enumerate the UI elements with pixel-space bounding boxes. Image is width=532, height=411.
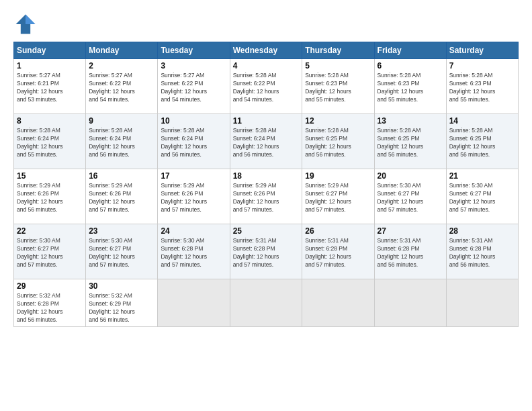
day-info: Sunrise: 5:28 AM Sunset: 6:25 PM Dayligh… — [305, 127, 371, 159]
day-number: 27 — [378, 226, 443, 236]
day-info: Sunrise: 5:32 AM Sunset: 6:29 PM Dayligh… — [89, 292, 154, 324]
day-info: Sunrise: 5:27 AM Sunset: 6:22 PM Dayligh… — [89, 72, 154, 104]
calendar-cell: 22Sunrise: 5:30 AM Sunset: 6:27 PM Dayli… — [14, 224, 86, 279]
day-info: Sunrise: 5:29 AM Sunset: 6:26 PM Dayligh… — [89, 182, 154, 214]
calendar-cell — [446, 279, 518, 327]
day-info: Sunrise: 5:31 AM Sunset: 6:28 PM Dayligh… — [378, 237, 443, 269]
day-number: 11 — [233, 116, 300, 126]
calendar-cell: 12Sunrise: 5:28 AM Sunset: 6:25 PM Dayli… — [302, 114, 374, 169]
day-info: Sunrise: 5:27 AM Sunset: 6:21 PM Dayligh… — [17, 72, 83, 104]
day-number: 22 — [17, 226, 83, 236]
calendar-cell: 8Sunrise: 5:28 AM Sunset: 6:24 PM Daylig… — [14, 114, 86, 169]
day-info: Sunrise: 5:30 AM Sunset: 6:27 PM Dayligh… — [89, 237, 154, 269]
calendar-cell: 27Sunrise: 5:31 AM Sunset: 6:28 PM Dayli… — [374, 224, 446, 279]
day-number: 7 — [449, 61, 515, 71]
day-number: 19 — [305, 171, 371, 181]
calendar-cell: 25Sunrise: 5:31 AM Sunset: 6:28 PM Dayli… — [230, 224, 302, 279]
calendar-cell: 29Sunrise: 5:32 AM Sunset: 6:28 PM Dayli… — [14, 279, 86, 327]
weekday-header-thursday: Thursday — [302, 42, 374, 59]
day-number: 14 — [449, 116, 515, 126]
calendar-cell: 4Sunrise: 5:28 AM Sunset: 6:22 PM Daylig… — [230, 59, 302, 114]
day-info: Sunrise: 5:31 AM Sunset: 6:28 PM Dayligh… — [449, 237, 515, 269]
calendar-cell: 16Sunrise: 5:29 AM Sunset: 6:26 PM Dayli… — [86, 169, 158, 224]
logo-icon — [13, 12, 38, 36]
calendar-cell: 20Sunrise: 5:30 AM Sunset: 6:27 PM Dayli… — [374, 169, 446, 224]
day-number: 2 — [89, 61, 154, 71]
calendar-cell: 6Sunrise: 5:28 AM Sunset: 6:23 PM Daylig… — [374, 59, 446, 114]
day-number: 24 — [161, 226, 226, 236]
day-info: Sunrise: 5:30 AM Sunset: 6:27 PM Dayligh… — [378, 182, 443, 214]
svg-marker-1 — [26, 15, 35, 24]
day-number: 13 — [378, 116, 443, 126]
weekday-header-sunday: Sunday — [14, 42, 86, 59]
day-info: Sunrise: 5:28 AM Sunset: 6:23 PM Dayligh… — [378, 72, 443, 104]
calendar: SundayMondayTuesdayWednesdayThursdayFrid… — [13, 42, 519, 327]
calendar-cell: 9Sunrise: 5:28 AM Sunset: 6:24 PM Daylig… — [86, 114, 158, 169]
header — [13, 12, 519, 36]
day-info: Sunrise: 5:28 AM Sunset: 6:24 PM Dayligh… — [89, 127, 154, 159]
calendar-cell: 7Sunrise: 5:28 AM Sunset: 6:23 PM Daylig… — [446, 59, 518, 114]
calendar-cell: 30Sunrise: 5:32 AM Sunset: 6:29 PM Dayli… — [86, 279, 158, 327]
calendar-cell: 21Sunrise: 5:30 AM Sunset: 6:27 PM Dayli… — [446, 169, 518, 224]
calendar-cell: 23Sunrise: 5:30 AM Sunset: 6:27 PM Dayli… — [86, 224, 158, 279]
weekday-header-tuesday: Tuesday — [158, 42, 230, 59]
calendar-cell: 15Sunrise: 5:29 AM Sunset: 6:26 PM Dayli… — [14, 169, 86, 224]
calendar-cell: 24Sunrise: 5:30 AM Sunset: 6:28 PM Dayli… — [158, 224, 230, 279]
day-info: Sunrise: 5:28 AM Sunset: 6:23 PM Dayligh… — [305, 72, 371, 104]
calendar-cell — [158, 279, 230, 327]
day-info: Sunrise: 5:28 AM Sunset: 6:22 PM Dayligh… — [233, 72, 300, 104]
day-number: 15 — [17, 171, 83, 181]
day-number: 30 — [89, 281, 154, 291]
day-info: Sunrise: 5:32 AM Sunset: 6:28 PM Dayligh… — [17, 292, 83, 324]
day-number: 3 — [161, 61, 226, 71]
day-info: Sunrise: 5:31 AM Sunset: 6:28 PM Dayligh… — [233, 237, 300, 269]
day-info: Sunrise: 5:29 AM Sunset: 6:26 PM Dayligh… — [17, 182, 83, 214]
day-number: 4 — [233, 61, 300, 71]
day-number: 25 — [233, 226, 300, 236]
calendar-cell: 11Sunrise: 5:28 AM Sunset: 6:24 PM Dayli… — [230, 114, 302, 169]
day-info: Sunrise: 5:27 AM Sunset: 6:22 PM Dayligh… — [161, 72, 226, 104]
day-number: 10 — [161, 116, 226, 126]
calendar-cell: 5Sunrise: 5:28 AM Sunset: 6:23 PM Daylig… — [302, 59, 374, 114]
calendar-cell: 3Sunrise: 5:27 AM Sunset: 6:22 PM Daylig… — [158, 59, 230, 114]
day-number: 16 — [89, 171, 154, 181]
calendar-cell — [230, 279, 302, 327]
calendar-cell: 18Sunrise: 5:29 AM Sunset: 6:26 PM Dayli… — [230, 169, 302, 224]
calendar-cell: 14Sunrise: 5:28 AM Sunset: 6:25 PM Dayli… — [446, 114, 518, 169]
calendar-cell: 26Sunrise: 5:31 AM Sunset: 6:28 PM Dayli… — [302, 224, 374, 279]
day-number: 26 — [305, 226, 371, 236]
day-info: Sunrise: 5:29 AM Sunset: 6:26 PM Dayligh… — [161, 182, 226, 214]
day-number: 6 — [378, 61, 443, 71]
calendar-cell — [374, 279, 446, 327]
calendar-cell: 28Sunrise: 5:31 AM Sunset: 6:28 PM Dayli… — [446, 224, 518, 279]
day-number: 5 — [305, 61, 371, 71]
day-number: 23 — [89, 226, 154, 236]
calendar-cell: 17Sunrise: 5:29 AM Sunset: 6:26 PM Dayli… — [158, 169, 230, 224]
calendar-cell: 19Sunrise: 5:29 AM Sunset: 6:27 PM Dayli… — [302, 169, 374, 224]
day-number: 8 — [17, 116, 83, 126]
day-info: Sunrise: 5:28 AM Sunset: 6:24 PM Dayligh… — [233, 127, 300, 159]
day-number: 12 — [305, 116, 371, 126]
day-number: 1 — [17, 61, 83, 71]
day-info: Sunrise: 5:28 AM Sunset: 6:25 PM Dayligh… — [378, 127, 443, 159]
weekday-header-friday: Friday — [374, 42, 446, 59]
page: SundayMondayTuesdayWednesdayThursdayFrid… — [0, 0, 532, 411]
day-info: Sunrise: 5:28 AM Sunset: 6:23 PM Dayligh… — [449, 72, 515, 104]
day-number: 28 — [449, 226, 515, 236]
day-number: 18 — [233, 171, 300, 181]
weekday-header-row: SundayMondayTuesdayWednesdayThursdayFrid… — [14, 42, 519, 59]
calendar-cell: 13Sunrise: 5:28 AM Sunset: 6:25 PM Dayli… — [374, 114, 446, 169]
day-info: Sunrise: 5:28 AM Sunset: 6:24 PM Dayligh… — [161, 127, 226, 159]
day-number: 29 — [17, 281, 83, 291]
day-info: Sunrise: 5:30 AM Sunset: 6:27 PM Dayligh… — [17, 237, 83, 269]
day-number: 20 — [378, 171, 443, 181]
day-number: 17 — [161, 171, 226, 181]
day-number: 9 — [89, 116, 154, 126]
logo — [13, 12, 40, 36]
day-info: Sunrise: 5:28 AM Sunset: 6:25 PM Dayligh… — [449, 127, 515, 159]
day-info: Sunrise: 5:29 AM Sunset: 6:27 PM Dayligh… — [305, 182, 371, 214]
weekday-header-saturday: Saturday — [446, 42, 518, 59]
day-info: Sunrise: 5:30 AM Sunset: 6:28 PM Dayligh… — [161, 237, 226, 269]
day-info: Sunrise: 5:31 AM Sunset: 6:28 PM Dayligh… — [305, 237, 371, 269]
calendar-cell: 2Sunrise: 5:27 AM Sunset: 6:22 PM Daylig… — [86, 59, 158, 114]
